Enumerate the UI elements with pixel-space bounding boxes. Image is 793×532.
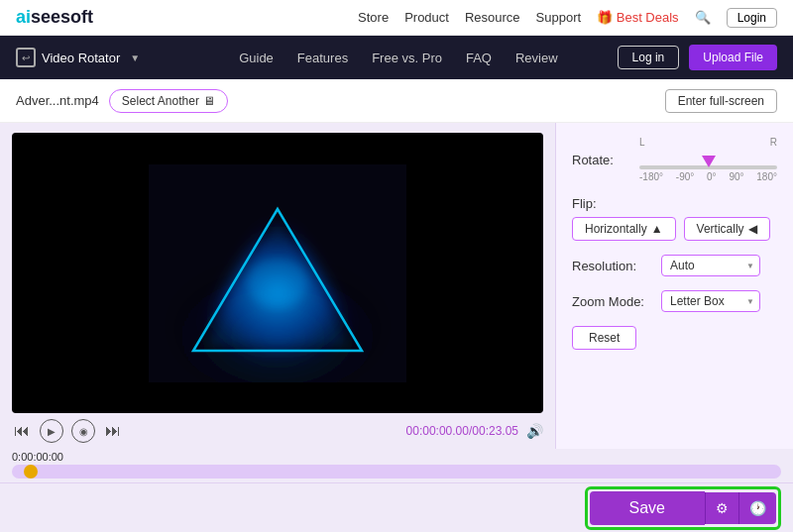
video-thumbnail xyxy=(149,164,406,382)
top-login-button[interactable]: Login xyxy=(727,8,777,28)
zoom-row: Zoom Mode: Letter Box Full Screen Pan & … xyxy=(572,290,777,312)
zoom-select[interactable]: Letter Box Full Screen Pan & Scan xyxy=(661,290,760,312)
app-name: Video Rotator xyxy=(42,51,120,65)
resolution-row: Resolution: Auto 1080p 720p 480p xyxy=(572,255,777,276)
second-nav-links: Guide Features Free vs. Pro FAQ Review xyxy=(179,51,617,65)
nav-store[interactable]: Store xyxy=(358,10,389,25)
app-navigation: ↩ Video Rotator ▼ Guide Features Free vs… xyxy=(0,36,793,79)
flip-section: Flip: Horizontally ▲ Vertically ◀ xyxy=(572,196,777,241)
top-navigation: aiseesoft Store Product Resource Support… xyxy=(0,0,793,36)
logo-ai: ai xyxy=(16,7,31,27)
content-area: ⏮ ▶ ◉ ⏭ 00:00:00.00/00:23.05 🔊 Rotate: xyxy=(0,123,793,449)
fullscreen-button[interactable]: Enter full-screen xyxy=(665,89,777,113)
nav-features[interactable]: Features xyxy=(297,51,348,65)
select-another-button[interactable]: Select Another 🖥 xyxy=(109,89,228,113)
rotate-thumb[interactable] xyxy=(702,156,716,167)
app-dropdown-arrow[interactable]: ▼ xyxy=(130,53,140,63)
toolbar-left: Adver...nt.mp4 Select Another 🖥 xyxy=(16,89,228,113)
flip-label: Flip: xyxy=(572,196,777,211)
video-section: ⏮ ▶ ◉ ⏭ 00:00:00.00/00:23.05 🔊 xyxy=(0,123,555,449)
gear-icon: ⚙ xyxy=(716,500,729,516)
nav-best-deals[interactable]: 🎁 Best Deals xyxy=(597,10,679,25)
resolution-select-wrap: Auto 1080p 720p 480p xyxy=(661,255,760,276)
bottom-bar: Save ⚙ 🕐 xyxy=(0,482,793,532)
second-nav-actions: Log in Upload File xyxy=(618,45,777,70)
timeline-thumb[interactable] xyxy=(24,465,38,479)
search-icon[interactable]: 🔍 xyxy=(695,10,711,25)
flip-h-label: Horizontally xyxy=(585,222,647,236)
rotate-track[interactable] xyxy=(639,165,777,169)
nav-guide[interactable]: Guide xyxy=(239,51,274,65)
timeline-section: 0:00:00:00 xyxy=(0,449,793,482)
top-nav-links: Store Product Resource Support 🎁 Best De… xyxy=(358,8,777,28)
logo: aiseesoft xyxy=(16,7,93,28)
main-toolbar: Adver...nt.mp4 Select Another 🖥 Enter fu… xyxy=(0,79,793,123)
save-history-button[interactable]: 🕐 xyxy=(738,492,776,524)
flip-v-icon: ◀ xyxy=(748,222,757,236)
monitor-icon: 🖥 xyxy=(203,94,215,108)
save-button[interactable]: Save xyxy=(590,491,705,525)
zoom-label: Zoom Mode: xyxy=(572,294,661,309)
rotate-slider: L R -180° -90° 0° 90° 180° xyxy=(639,137,777,182)
nav-support[interactable]: Support xyxy=(536,10,582,25)
rewind-button[interactable]: ⏮ xyxy=(12,420,32,442)
rotate-l-label: L xyxy=(639,137,645,148)
history-icon: 🕐 xyxy=(749,500,766,516)
resolution-label: Resolution: xyxy=(572,259,661,273)
zoom-select-wrap: Letter Box Full Screen Pan & Scan xyxy=(661,290,760,312)
app-icon: ↩ xyxy=(16,48,36,67)
app-brand: ↩ Video Rotator ▼ xyxy=(16,48,140,67)
nav-product[interactable]: Product xyxy=(404,10,449,25)
flip-h-icon: ▲ xyxy=(651,222,663,236)
nav-review[interactable]: Review xyxy=(515,51,558,65)
flip-v-label: Vertically xyxy=(697,222,744,236)
flip-buttons: Horizontally ▲ Vertically ◀ xyxy=(572,217,777,241)
rotate-r-label: R xyxy=(770,137,777,148)
video-controls: ⏮ ▶ ◉ ⏭ 00:00:00.00/00:23.05 🔊 xyxy=(12,413,543,449)
rotate-label: Rotate: xyxy=(572,153,631,167)
play-button[interactable]: ▶ xyxy=(40,419,63,443)
login-button[interactable]: Log in xyxy=(618,46,680,69)
filename-label: Adver...nt.mp4 xyxy=(16,93,99,108)
volume-icon[interactable]: 🔊 xyxy=(526,423,543,439)
frame-forward-button[interactable]: ◉ xyxy=(71,419,95,443)
rotate-row: Rotate: L R -180° -9 xyxy=(572,137,777,182)
time-display: 00:00:00.00/00:23.05 xyxy=(406,424,518,438)
flip-horizontal-button[interactable]: Horizontally ▲ xyxy=(572,217,676,241)
save-section: Save ⚙ 🕐 xyxy=(585,486,781,530)
fast-forward-button[interactable]: ⏭ xyxy=(103,420,123,442)
nav-free-vs-pro[interactable]: Free vs. Pro xyxy=(372,51,442,65)
rotate-section: Rotate: L R -180° -9 xyxy=(572,137,777,182)
right-panel: Rotate: L R -180° -9 xyxy=(555,123,793,449)
flip-vertical-button[interactable]: Vertically ◀ xyxy=(684,217,770,241)
rotate-labels: -180° -90° 0° 90° 180° xyxy=(639,171,777,182)
svg-point-5 xyxy=(248,259,307,308)
save-settings-button[interactable]: ⚙ xyxy=(705,492,738,524)
timeline-timestamp: 0:00:00:00 xyxy=(12,451,781,463)
timeline-bar[interactable] xyxy=(12,465,781,479)
reset-button[interactable]: Reset xyxy=(572,326,636,350)
logo-seesoft: seesoft xyxy=(31,7,93,27)
video-player xyxy=(12,133,543,413)
upload-file-button[interactable]: Upload File xyxy=(689,45,777,70)
nav-resource[interactable]: Resource xyxy=(465,10,520,25)
resolution-select[interactable]: Auto 1080p 720p 480p xyxy=(661,255,760,276)
nav-faq[interactable]: FAQ xyxy=(466,51,492,65)
select-another-label: Select Another xyxy=(122,94,199,108)
